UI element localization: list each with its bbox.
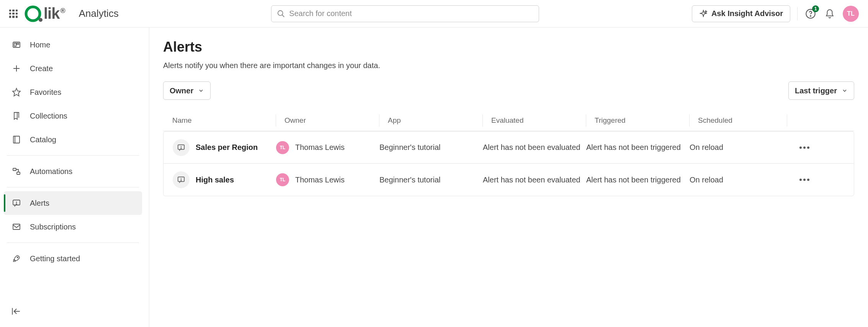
sidebar-label: Favorites: [30, 88, 61, 97]
bell-icon: [825, 9, 835, 19]
table-row[interactable]: Sales per Region TL Thomas Lewis Beginne…: [163, 132, 854, 164]
cell-triggered: Alert has not been triggered: [586, 176, 690, 184]
page-title: Alerts: [163, 39, 854, 55]
search-input[interactable]: [289, 9, 533, 18]
owner-avatar: TL: [276, 141, 289, 154]
svg-point-18: [16, 204, 17, 205]
svg-rect-12: [13, 136, 20, 143]
owner-avatar: TL: [276, 173, 289, 186]
sidebar: Home Create Favorites Collections Catalo…: [0, 28, 149, 327]
divider: [797, 7, 798, 21]
topbar: lik® Analytics Ask Insight Advisor 1 TL: [0, 0, 868, 28]
sidebar-label: Catalog: [30, 135, 56, 144]
cell-evaluated: Alert has not been evaluated: [483, 143, 586, 152]
sort-label: Last trigger: [795, 86, 837, 95]
svg-point-20: [17, 257, 18, 258]
help-badge: 1: [812, 5, 819, 12]
cell-name: High sales: [173, 171, 276, 188]
cell-app: Beginner's tutorial: [379, 143, 483, 152]
cell-scheduled: On reload: [690, 176, 787, 184]
cell-app: Beginner's tutorial: [379, 176, 483, 184]
table-header: Name Owner App Evaluated Triggered Sched…: [163, 110, 854, 131]
alerts-table: Name Owner App Evaluated Triggered Sched…: [163, 110, 854, 196]
collapse-icon: [11, 306, 21, 316]
home-icon: [11, 40, 21, 50]
sidebar-item-getting-started[interactable]: Getting started: [4, 247, 142, 270]
svg-rect-19: [13, 224, 20, 229]
sparkle-icon: [699, 10, 708, 18]
alert-name: Sales per Region: [196, 143, 258, 152]
sidebar-label: Subscriptions: [30, 223, 76, 231]
chevron-down-icon: [842, 88, 848, 94]
insight-label: Ask Insight Advisor: [711, 9, 783, 18]
sidebar-item-automations[interactable]: Automations: [4, 159, 142, 183]
cell-owner: TL Thomas Lewis: [276, 141, 379, 154]
help-button[interactable]: 1: [804, 8, 817, 20]
topbar-left: lik® Analytics: [9, 5, 119, 23]
col-triggered[interactable]: Triggered: [586, 114, 689, 127]
page-description: Alerts notify you when there are importa…: [163, 61, 854, 70]
owner-filter-dropdown[interactable]: Owner: [163, 81, 211, 100]
alert-row-icon: [173, 139, 190, 156]
automations-icon: [11, 166, 21, 176]
row-actions-button[interactable]: [787, 146, 822, 149]
sidebar-item-catalog[interactable]: Catalog: [4, 128, 142, 151]
plus-icon: [11, 63, 21, 73]
table-row[interactable]: High sales TL Thomas Lewis Beginner's tu…: [163, 164, 854, 196]
svg-rect-15: [17, 172, 20, 174]
star-icon: [11, 87, 21, 97]
col-owner[interactable]: Owner: [276, 114, 379, 127]
notifications-button[interactable]: [824, 8, 836, 20]
svg-marker-11: [13, 88, 20, 96]
table-body: Sales per Region TL Thomas Lewis Beginne…: [163, 131, 854, 196]
cell-scheduled: On reload: [690, 143, 787, 152]
svg-point-28: [181, 181, 181, 181]
owner-filter-label: Owner: [170, 86, 193, 95]
sidebar-item-home[interactable]: Home: [4, 33, 142, 57]
alert-row-icon: [173, 171, 190, 188]
filters-row: Owner Last trigger: [163, 81, 854, 100]
sidebar-label: Alerts: [30, 199, 49, 208]
more-icon: [799, 179, 809, 181]
svg-point-0: [26, 7, 40, 21]
brand-section: Analytics: [79, 8, 119, 20]
sidebar-bottom: [4, 303, 142, 322]
alert-name: High sales: [196, 176, 234, 184]
topbar-right: Ask Insight Advisor 1 TL: [692, 5, 859, 22]
svg-rect-7: [14, 43, 16, 46]
col-scheduled[interactable]: Scheduled: [689, 114, 787, 127]
collapse-sidebar-button[interactable]: [11, 306, 142, 318]
logo-text: lik®: [44, 5, 65, 22]
user-avatar[interactable]: TL: [843, 6, 859, 22]
nav-separator: [7, 187, 139, 187]
svg-point-2: [278, 10, 283, 15]
cell-owner: TL Thomas Lewis: [276, 173, 379, 186]
qlik-logo[interactable]: lik®: [25, 5, 65, 23]
cell-triggered: Alert has not been triggered: [586, 143, 690, 152]
alert-icon: [11, 198, 21, 208]
cell-name: Sales per Region: [173, 139, 276, 156]
sidebar-label: Automations: [30, 167, 72, 176]
col-evaluated[interactable]: Evaluated: [482, 114, 586, 127]
svg-rect-14: [13, 168, 16, 171]
app-launcher-icon[interactable]: [9, 10, 18, 18]
search-box[interactable]: [271, 5, 539, 22]
nav-separator: [7, 242, 139, 243]
bookmark-icon: [11, 111, 21, 121]
chevron-down-icon: [198, 88, 204, 94]
col-name[interactable]: Name: [172, 114, 276, 127]
row-actions-button[interactable]: [787, 179, 822, 181]
sidebar-item-create[interactable]: Create: [4, 57, 142, 80]
rocket-icon: [11, 254, 21, 264]
catalog-icon: [11, 135, 21, 145]
sidebar-item-alerts[interactable]: Alerts: [4, 191, 142, 215]
ask-insight-advisor-button[interactable]: Ask Insight Advisor: [692, 5, 790, 22]
sidebar-item-favorites[interactable]: Favorites: [4, 80, 142, 104]
cell-evaluated: Alert has not been evaluated: [483, 176, 586, 184]
sidebar-label: Collections: [30, 112, 67, 120]
sidebar-item-subscriptions[interactable]: Subscriptions: [4, 215, 142, 239]
sidebar-item-collections[interactable]: Collections: [4, 104, 142, 128]
col-app[interactable]: App: [379, 114, 482, 127]
sort-dropdown[interactable]: Last trigger: [788, 81, 854, 100]
content: Alerts Alerts notify you when there are …: [149, 28, 868, 327]
